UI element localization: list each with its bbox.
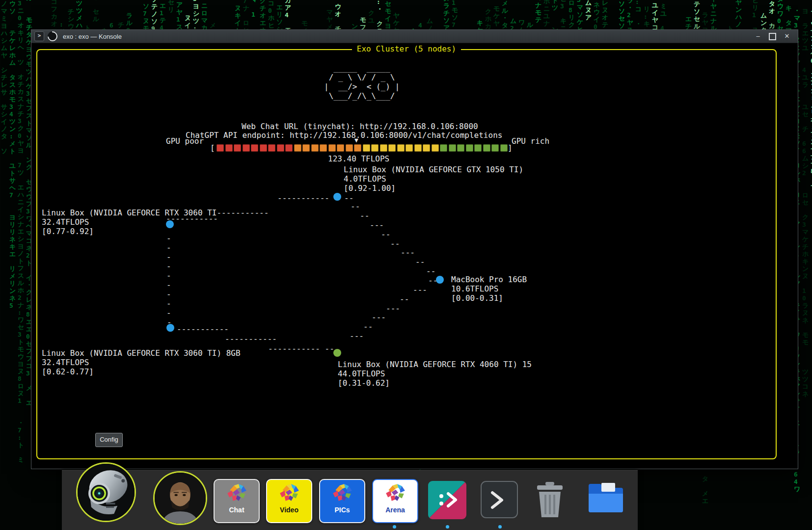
gpu-bar-segment [234, 144, 241, 152]
matrix-column: ヨ ラ エ ツ ユ 4 ユ ラ ユ セ チ 6 6 ム シ 2 ロ セ ク 3 … [802, 7, 809, 398]
topology-dash: -- [415, 257, 425, 266]
topology-dash: - [166, 308, 171, 318]
gpu-flops-bar [217, 144, 509, 154]
topology-dash: -- [360, 211, 369, 220]
topology-dash: -- [381, 230, 390, 239]
gpu-bar-segment [268, 144, 275, 152]
node-dot [333, 349, 341, 357]
topology-dash: ----------- [277, 193, 329, 203]
gpu-bar-segment [225, 144, 233, 152]
gpu-bar-segment [217, 144, 224, 152]
bar-open-bracket: [ [210, 143, 215, 153]
robot-avatar[interactable] [76, 462, 136, 522]
gpu-bar-segment [320, 144, 327, 152]
video-app[interactable]: Video [266, 479, 312, 523]
media-app[interactable] [428, 481, 466, 521]
chat-app[interactable]: Chat [214, 479, 260, 523]
minimize-button[interactable]: – [754, 32, 762, 40]
gpu-marker-icon: ▼ [354, 135, 358, 145]
close-button[interactable]: ✕ [783, 32, 791, 40]
total-tflops: 123.40 TFLOPS [328, 154, 389, 163]
topology-dash: --- [401, 248, 415, 257]
node-tflops: 10.6TFLOPS [451, 284, 498, 293]
gpu-bar-segment [260, 144, 267, 152]
node-range: [0.31-0.62] [338, 378, 390, 388]
gpu-bar-segment [363, 144, 370, 152]
matrix-column: 1 ノ マ ミ ヨ ハ シ ム ヤ シ チ レ サ サ シ イ ノ タ ソ [1, 0, 7, 155]
node-name: Linux Box (NVIDIA GEFORCE RTX 3060 TI) 8… [42, 348, 241, 358]
topology-dash: - [166, 262, 171, 271]
gpu-bar-segment [277, 144, 284, 152]
topology-dash: --- [386, 304, 400, 313]
man-avatar[interactable] [153, 471, 207, 525]
topology-dash: --- [372, 313, 386, 322]
node-range: [0.00-0.31] [451, 293, 503, 303]
trash[interactable] [534, 481, 566, 520]
node-range: [0.92-1.00] [344, 184, 396, 193]
gpu-bar-segment [354, 144, 361, 152]
node-dot [166, 220, 174, 228]
gpu-bar-segment [371, 144, 379, 152]
gpu-bar-segment [483, 144, 490, 152]
node-range: [0.77-0.92] [42, 227, 94, 236]
arena-app[interactable]: Arena [372, 479, 418, 523]
web-chat-url: Web Chat URL (tinychat): http://192.168.… [242, 122, 478, 131]
matrix-column: ヒ 9 ウ ソ テ ケ レ ホ ム タ ス ホ モ 3 4 ツ ン : メ ト … [9, 0, 16, 317]
gpu-poor-label: GPU poor [166, 136, 204, 146]
topology-dash: -- [363, 322, 373, 331]
bar-close-bracket: ] [508, 143, 513, 153]
config-button[interactable]: Config [95, 433, 123, 447]
node-tflops: 32.4TFLOPS [42, 358, 89, 367]
node-dot [333, 193, 341, 201]
maximize-button[interactable] [769, 33, 776, 40]
gpu-bar-segment [500, 144, 508, 152]
gpu-bar-segment [328, 144, 336, 152]
topology-dash: - [166, 234, 171, 243]
gpu-bar-segment [491, 144, 499, 152]
running-indicator [446, 525, 449, 529]
node-dot [436, 276, 444, 284]
gpu-bar-segment [380, 144, 387, 152]
arena-app-label: Arena [385, 506, 405, 514]
topology-dash: --- [413, 285, 427, 294]
topology-dash: - [166, 280, 171, 290]
gpu-bar-segment [243, 144, 250, 152]
gpu-bar-segment [466, 144, 473, 152]
chat-app-label: Chat [229, 506, 244, 514]
cluster-title: Exo Cluster (5 nodes) [352, 44, 461, 54]
node-name: Linux Box (NVIDIA GEFORCE RTX 3060 TI---… [42, 208, 269, 217]
topology-dash: -- [390, 239, 400, 248]
topology-dash: - [166, 299, 171, 308]
gpu-bar-segment [432, 144, 439, 152]
topology-dash: -- [426, 266, 435, 276]
gpu-bar-segment [414, 144, 422, 152]
topology-dash: ----------- [225, 334, 277, 344]
node-dot [166, 324, 174, 332]
node-tflops: 32.4TFLOPS [42, 217, 89, 227]
gpu-bar-segment [457, 144, 464, 152]
matrix-column: 3 ニ 0 オ キ リ ヘ ツ オ チ カ ス ナ チ 3 ク 0 ヤ ヨ 7 … [18, 0, 24, 463]
window-titlebar[interactable]: > exo : exo — Konsole – ✕ [31, 30, 798, 43]
gpu-bar-segment [406, 144, 413, 152]
topology-dash: -- [400, 294, 409, 304]
gpu-rich-label: GPU rich [512, 136, 549, 146]
topology-dash: - [166, 243, 171, 252]
topology-dash: ----------- [177, 324, 229, 334]
running-indicator [393, 525, 396, 529]
topology-dash: - [166, 290, 171, 299]
konsole-app[interactable] [481, 481, 518, 520]
topology-dash: - [166, 271, 171, 280]
topology-dash: -- [351, 202, 360, 211]
gpu-bar-segment [388, 144, 396, 152]
node-name: Linux Box (NVIDIA GEFORCE GTX 1050 TI) [344, 165, 523, 174]
pics-app[interactable]: PICs [319, 479, 365, 523]
pics-app-label: PICs [334, 506, 350, 514]
gpu-bar-segment [302, 144, 310, 152]
gpu-bar-segment [251, 144, 258, 152]
node-name: MacBook Pro 16GB [451, 275, 527, 284]
gpu-bar-segment [346, 144, 353, 152]
topology-dash: ----------- -- [268, 344, 334, 353]
file-manager[interactable] [587, 481, 625, 514]
terminal-prompt-icon: > [34, 31, 44, 41]
gpu-bar-segment [337, 144, 344, 152]
